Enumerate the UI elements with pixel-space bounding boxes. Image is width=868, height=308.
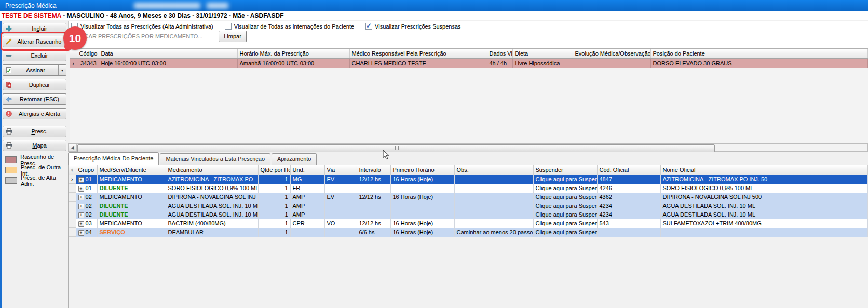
- checkbox-todas-internacoes[interactable]: Visualizar de Todas as Internações do Pa…: [225, 23, 354, 30]
- excluir-button[interactable]: Excluir: [3, 50, 66, 61]
- item-row[interactable]: + 02 DILUENTE AGUA DESTILADA SOL. INJ. 1…: [69, 210, 868, 219]
- items-table: ✳ Grupo▲ Med/Serv/Diluente Medicamento Q…: [69, 165, 868, 237]
- mapa-button[interactable]: Mapa: [3, 140, 66, 151]
- checkbox-checked-icon[interactable]: ✓: [365, 23, 372, 30]
- suspend-link[interactable]: Clique aqui para Suspender: [533, 210, 597, 219]
- column-header-und[interactable]: Und.: [290, 165, 324, 175]
- expand-button[interactable]: +: [78, 204, 84, 209]
- cell-horario-max: Amanhã 16:00:00 UTC-03:00: [237, 59, 349, 68]
- presc-button[interactable]: Presc.: [3, 126, 66, 137]
- cell-qtde: 1: [258, 175, 290, 184]
- cell-primeiro-horario: 16 Horas (Hoje): [390, 175, 454, 184]
- expand-icon: +: [79, 195, 82, 200]
- check-icon: ✓: [366, 22, 372, 30]
- item-row[interactable]: + 04 SERVIÇO DEAMBULAR 1 6/6 hs 16 Horas…: [69, 228, 868, 237]
- expand-button[interactable]: +: [78, 221, 84, 227]
- prescriptions-header-row: Código Data Horário Máx. da Prescrição M…: [70, 49, 868, 59]
- tab-aprazamento[interactable]: Aprazamento: [272, 153, 317, 165]
- suspend-link[interactable]: Clique aqui para Suspender: [533, 184, 597, 193]
- suspend-link[interactable]: Clique aqui para Suspender: [533, 193, 597, 202]
- retornar-button[interactable]: Retornar (ESC): [3, 93, 66, 105]
- checkbox-label: Visualizar Prescrições Suspensas: [375, 23, 460, 30]
- cell-und: CPR: [290, 219, 324, 228]
- column-header-dados-vitais[interactable]: Dados Vitais: [487, 49, 512, 59]
- column-header-grupo[interactable]: Grupo▲: [76, 165, 97, 175]
- cell-nome-oficial: AZITROMICINA - ZITROMAX PO INJ. 50: [660, 175, 868, 184]
- minus-icon: [5, 52, 13, 59]
- checkbox-prescricoes-suspensas[interactable]: ✓ Visualizar Prescrições Suspensas: [365, 23, 460, 30]
- suspend-link[interactable]: Clique aqui para Suspender: [533, 175, 597, 184]
- cell-dieta: Livre Hipossódica: [512, 59, 573, 68]
- prescription-row[interactable]: › 34343 Hoje 16:00:00 UTC-03:00 Amanhã 1…: [70, 59, 868, 68]
- cell-grupo: + 04: [76, 228, 97, 237]
- legend-swatch-outra-int: [5, 167, 17, 173]
- column-header-dieta[interactable]: Dieta: [512, 49, 573, 59]
- assinar-dropdown-arrow[interactable]: ▼: [58, 65, 66, 75]
- row-indicator: ›: [70, 59, 77, 68]
- incluir-button[interactable]: Incluir: [3, 23, 66, 34]
- column-header-med-serv[interactable]: Med/Serv/Diluente: [97, 165, 166, 175]
- cell-nome-oficial: AGUA DESTILADA SOL. INJ. 10 ML: [660, 202, 868, 210]
- cell-und: AMP: [290, 202, 324, 210]
- tab-prescricao-medica[interactable]: Prescrição Médica Do Paciente: [68, 152, 159, 165]
- column-header-codigo[interactable]: Código: [77, 49, 99, 59]
- assinar-button[interactable]: Assinar ▼: [3, 64, 66, 76]
- redacted-title-text: [134, 3, 200, 9]
- column-header-posicao[interactable]: Posição do Paciente: [650, 49, 868, 59]
- cell-medicamento: AGUA DESTILADA SOL. INJ. 10 ML: [166, 202, 258, 210]
- checkbox-todas-prescricoes[interactable]: Visualizar Todas as Prescrições (Alta Ad…: [71, 23, 213, 30]
- suspend-link[interactable]: Clique aqui para Suspender: [533, 228, 597, 237]
- scroll-left-button[interactable]: ◀: [69, 144, 77, 151]
- column-header-horario-max[interactable]: Horário Máx. da Prescrição: [237, 49, 349, 59]
- row-indicator: [69, 210, 76, 219]
- cell-medicamento: BACTRIM (400/80MG): [166, 219, 258, 228]
- column-header-primeiro-horario[interactable]: Primeiro Horário: [390, 165, 454, 175]
- cell-und: [290, 228, 324, 237]
- item-row[interactable]: + 02 MEDICAMENTO DIPIRONA - NOVALGINA SO…: [69, 193, 868, 202]
- column-header-medico[interactable]: Médico Responsável Pela Prescrição: [349, 49, 487, 59]
- scrollbar-thumb[interactable]: [77, 144, 715, 152]
- current-row-arrow-icon: ›: [71, 177, 73, 182]
- alert-icon: [5, 111, 13, 117]
- search-medicamento-input[interactable]: [70, 31, 214, 42]
- item-row[interactable]: + 01 DILUENTE SORO FISIOLOGICO 0,9% 100 …: [69, 184, 868, 193]
- expand-button[interactable]: +: [78, 186, 84, 192]
- items-header-row: ✳ Grupo▲ Med/Serv/Diluente Medicamento Q…: [69, 165, 868, 175]
- row-indicator: [69, 219, 76, 228]
- cell-obs: [454, 210, 533, 219]
- limpar-button[interactable]: Limpar: [219, 31, 247, 42]
- column-header-cod-oficial[interactable]: Cód. Oficial: [597, 165, 660, 175]
- suspend-link[interactable]: Clique aqui para Suspender: [533, 219, 597, 228]
- column-header-suspender[interactable]: Suspender: [533, 165, 597, 175]
- item-row[interactable]: + 02 DILUENTE AGUA DESTILADA SOL. INJ. 1…: [69, 202, 868, 210]
- tab-materiais-vinculados[interactable]: Materiais Vinculados a Esta Prescrição: [160, 153, 270, 165]
- cell-nome-oficial: DIPIRONA - NOVALGINA SOL INJ 500: [660, 193, 868, 202]
- cell-posicao: DORSO ELEVADO 30 GRAUS: [650, 59, 868, 68]
- expand-button[interactable]: +: [78, 230, 84, 236]
- column-header-qtde[interactable]: Qtde por Ho: [258, 165, 290, 175]
- alterar-rascunho-button[interactable]: Alterar Rascunho: [3, 36, 66, 47]
- column-header-evolucao[interactable]: Evolução Médica/Observação: [573, 49, 650, 59]
- alergias-alerta-button[interactable]: Alergias e Alerta: [3, 108, 66, 119]
- duplicar-button[interactable]: Duplicar: [3, 79, 66, 90]
- column-header-medicamento[interactable]: Medicamento: [166, 165, 258, 175]
- column-header-nome-oficial[interactable]: Nome Oficial: [660, 165, 868, 175]
- column-header-intervalo[interactable]: Intervalo: [357, 165, 390, 175]
- expand-button[interactable]: +: [78, 212, 84, 218]
- column-header-data[interactable]: Data: [99, 49, 237, 59]
- add-icon: [5, 25, 13, 32]
- cell-medico: CHARLLES MEDICO TESTE: [349, 59, 487, 68]
- scroll-left-icon: ◀: [71, 145, 74, 150]
- column-header-obs[interactable]: Obs.: [454, 165, 533, 175]
- expand-button[interactable]: +: [78, 177, 84, 183]
- horizontal-scrollbar[interactable]: ◀: [68, 143, 868, 152]
- item-row[interactable]: › + 01 MEDICAMENTO AZITROMICINA - ZITROM…: [69, 175, 868, 184]
- suspend-link[interactable]: Clique aqui para Suspender: [533, 202, 597, 210]
- item-row[interactable]: + 03 MEDICAMENTO BACTRIM (400/80MG) 1 CP…: [69, 219, 868, 228]
- row-color-legend: Rascunho de Presc. Presc. de Outra Int. …: [5, 156, 68, 184]
- expand-button[interactable]: +: [78, 195, 84, 200]
- column-header-via[interactable]: Via: [324, 165, 357, 175]
- patient-details: - MASCULINO - 48 Anos, 9 Meses e 30 Dias…: [61, 12, 284, 19]
- checkbox-icon[interactable]: [225, 23, 232, 30]
- grid-customize-button[interactable]: ✳: [69, 165, 76, 175]
